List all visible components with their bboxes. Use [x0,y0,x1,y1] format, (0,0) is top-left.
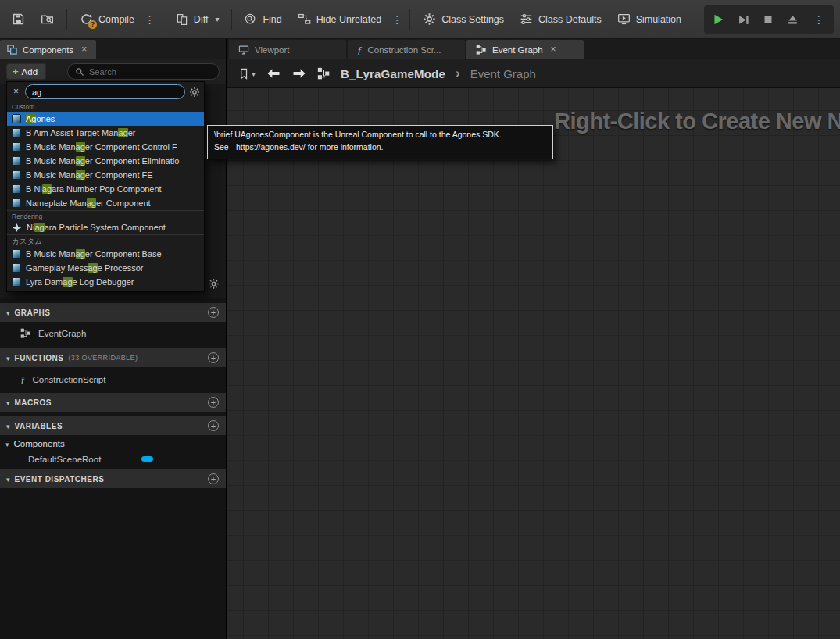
play-options-menu-button[interactable] [812,5,826,34]
variables-category-components[interactable]: Components [0,437,226,451]
close-tab-icon[interactable] [79,45,89,55]
my-blueprint-settings-gear-icon[interactable] [208,278,220,290]
add-graph-button[interactable] [208,307,219,318]
variables-section-header[interactable]: VARIABLES [0,416,226,435]
stop-button[interactable] [763,5,774,34]
navigate-back-button[interactable] [266,66,281,81]
dropdown-search-field[interactable] [25,84,185,99]
component-tooltip: \brief UAgonesComponent is the Unreal Co… [207,125,553,159]
construction-script-item-label: ConstructionScript [33,375,106,384]
component-icon [12,249,21,259]
frame-skip-button[interactable] [738,5,749,34]
dropdown-search-input[interactable] [32,87,178,97]
macros-section-header[interactable]: MACROS [0,393,226,412]
compile-options-menu-button[interactable] [143,5,157,34]
graph-icon [20,328,31,339]
blueprint-editor-window: ? Compile Diff Find Hide Unrelated [0,0,840,639]
add-component-button[interactable]: Add [6,63,46,80]
variable-default-scene-root[interactable]: DefaultSceneRoot [0,452,226,466]
add-variable-button[interactable] [208,420,219,431]
event-graph-canvas[interactable]: Right-Click to Create New No [227,88,840,639]
component-list-item[interactable]: B Aim Assist Target Manager [7,126,204,140]
chevron-down-icon [5,439,9,448]
dropdown-search-row [7,82,204,102]
sliders-icon [520,12,533,26]
component-list-item[interactable]: B Niagara Number Pop Component [7,182,204,196]
tab-construction-script[interactable]: Construction Scr... [348,40,465,59]
breadcrumb-separator-icon [456,66,460,81]
component-list-item[interactable]: Niagara Particle System Component [7,220,204,234]
variable-name-label: DefaultSceneRoot [28,455,101,464]
event-graph-item[interactable]: EventGraph [0,323,226,344]
match-highlight: ag [34,223,44,232]
add-macro-button[interactable] [208,397,219,408]
graph-watermark: Right-Click to Create New No [554,109,840,134]
chevron-down-icon [6,307,10,318]
dropdown-group-header: Rendering [7,210,204,220]
component-icon [12,184,21,194]
add-event-dispatcher-button[interactable] [208,473,219,484]
component-list-item[interactable]: Lyra Damage Log Debugger [7,275,204,289]
item-label: B Aim Assist Target Manager [26,128,135,137]
graph-icon [317,67,331,80]
item-label: Lyra Damage Log Debugger [26,277,134,287]
browse-to-asset-button[interactable] [34,5,61,34]
diff-button[interactable]: Diff [169,5,227,34]
close-tab-icon[interactable] [549,45,559,55]
hide-unrelated-icon [298,12,311,26]
component-list-item[interactable]: B Music Manager Component Base [7,247,204,261]
variable-type-pill [141,456,153,462]
construction-script-item[interactable]: ConstructionScript [0,369,226,390]
group-header-label: カスタム [12,237,42,247]
find-button[interactable]: Find [238,5,288,34]
component-list-item[interactable]: B Music Manager Component FE [7,168,204,182]
class-defaults-button[interactable]: Class Defaults [513,5,609,34]
toolbar-separator [409,9,410,30]
components-tab-label: Components [23,45,73,55]
match-highlight: ag [42,184,52,194]
viewport-tab-label: Viewport [255,45,290,55]
components-tab-icon [7,45,17,55]
tab-event-graph[interactable]: Event Graph [466,40,584,59]
class-settings-button[interactable]: Class Settings [416,5,511,34]
bookmarks-button[interactable] [238,68,256,80]
simulation-button[interactable]: Simulation [610,5,688,34]
variables-category-label: Components [14,439,65,448]
functions-header-label: FUNCTIONS [15,354,64,362]
clear-search-icon[interactable] [11,87,21,97]
component-list-item[interactable]: B Music Manager Component Control F [7,140,204,154]
play-button[interactable] [712,5,724,34]
match-highlight: ag [76,249,85,259]
graph-breadcrumb-bar: B_LyraGameMode Event Graph [227,59,840,88]
graphs-section-header[interactable]: GRAPHS [0,303,226,322]
breadcrumb-current-graph[interactable]: Event Graph [470,67,536,80]
hide-unrelated-button[interactable]: Hide Unrelated [291,5,388,34]
chevron-down-icon [6,397,10,408]
eject-button[interactable] [787,5,799,34]
component-list-item[interactable]: Gameplay Message Processor [7,261,204,275]
functions-section-header[interactable]: FUNCTIONS (33 OVERRIDABLE) [0,348,226,367]
item-label: Niagara Particle System Component [27,223,166,232]
components-search-input[interactable] [89,67,212,77]
hide-unrelated-label: Hide Unrelated [316,14,381,25]
save-button[interactable] [5,5,32,34]
tab-viewport[interactable]: Viewport [229,40,346,59]
dropdown-settings-gear-icon[interactable] [189,87,200,98]
hide-unrelated-options-menu-button[interactable] [390,5,404,34]
event-graph-item-label: EventGraph [38,329,86,338]
navigate-forward-button[interactable] [291,66,307,81]
match-highlight: ag [76,170,85,180]
component-list-item-selected[interactable]: Agones [7,112,204,126]
add-function-button[interactable] [208,352,219,363]
find-label: Find [263,14,281,25]
tab-components[interactable]: Components [0,40,96,59]
event-graph-tab-label: Event Graph [492,45,543,55]
components-search-box[interactable] [67,63,220,80]
component-list-item[interactable]: B Music Manager Component Eliminatio [7,154,204,168]
component-list-item[interactable]: Nameplate Manager Component [7,196,204,210]
compile-button[interactable]: ? Compile [73,5,141,34]
breadcrumb-blueprint-name[interactable]: B_LyraGameMode [341,67,445,80]
diff-label: Diff [194,14,209,25]
item-label: B Music Manager Component FE [26,170,153,180]
event-dispatchers-section-header[interactable]: EVENT DISPATCHERS [0,469,226,488]
